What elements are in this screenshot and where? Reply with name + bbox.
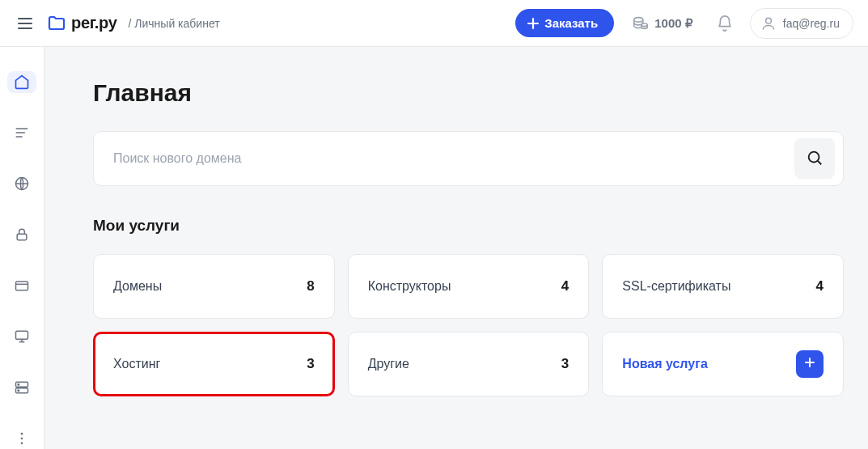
service-card-label: Хостинг [113,357,160,371]
notifications-button[interactable] [711,10,739,37]
globe-icon [14,176,30,192]
user-menu[interactable]: faq@reg.ru [750,8,853,39]
logo[interactable]: рег.ру [47,14,117,33]
monitor-icon [14,328,30,345]
svg-point-18 [21,437,23,439]
user-icon [760,15,777,32]
services-heading: Мои услуги [93,217,844,235]
coins-icon [632,15,650,32]
bell-icon [716,15,734,32]
service-card-count: 3 [307,356,314,372]
new-service-label: Новая услуга [622,357,707,371]
domain-search-input[interactable] [113,139,794,178]
svg-point-16 [18,390,19,392]
svg-point-19 [21,442,23,444]
list-icon [14,125,30,141]
search-button[interactable] [794,138,835,179]
svg-point-0 [634,17,643,22]
svg-rect-10 [16,331,28,339]
page-title: Главная [93,79,844,107]
sidebar-item-card[interactable] [7,275,36,297]
sidebar-item-lock[interactable] [7,224,36,246]
logo-text: рег.ру [71,14,117,32]
svg-rect-8 [16,282,28,290]
service-card-domains[interactable]: Домены 8 [93,254,335,319]
service-card-ssl[interactable]: SSL-сертификаты 4 [602,254,844,319]
order-button[interactable]: Заказать [515,9,614,37]
svg-point-20 [809,151,819,162]
service-card-count: 4 [816,278,824,294]
service-card-count: 4 [561,278,569,294]
plus-icon [803,356,816,372]
app-header: рег.ру / Личный кабинет Заказать 1000 ₽ … [0,0,868,47]
sidebar-item-globe[interactable] [7,173,36,195]
sidebar-item-server[interactable] [7,376,36,398]
sidebar-item-list[interactable] [7,122,36,144]
order-button-label: Заказать [544,16,598,30]
balance-amount: 1000 ₽ [654,16,693,31]
service-card-other[interactable]: Другие 3 [348,332,590,396]
sidebar-item-more[interactable] [7,427,36,449]
sidebar-item-monitor[interactable] [7,325,36,347]
svg-point-2 [765,18,771,23]
breadcrumb: / Личный кабинет [129,17,220,30]
svg-point-17 [21,432,23,434]
svg-point-1 [641,23,647,27]
menu-toggle[interactable] [15,15,36,32]
sidebar [0,47,44,449]
server-icon [14,379,30,396]
service-card-label: Другие [368,357,409,371]
service-card-label: Конструкторы [368,279,451,294]
lock-icon [14,227,30,243]
service-card-label: Домены [113,279,162,294]
search-icon [806,149,824,169]
main-content: Главная Мои услуги Домены 8 Конструкторы… [44,47,868,449]
user-email: faq@reg.ru [783,17,840,30]
services-grid: Домены 8 Конструкторы 4 SSL-сертификаты … [93,254,844,396]
add-service-button[interactable] [796,350,824,378]
folder-icon [47,14,66,33]
service-card-count: 8 [307,278,314,294]
plus-icon [527,17,540,30]
service-card-count: 3 [561,356,569,372]
sidebar-item-home[interactable] [7,71,36,93]
svg-point-15 [18,383,19,385]
service-card-label: SSL-сертификаты [622,279,730,294]
dots-vertical-icon [14,430,30,447]
svg-line-21 [818,160,822,164]
home-icon [14,74,30,90]
domain-search-bar [93,131,844,186]
card-icon [14,277,30,294]
service-card-hosting[interactable]: Хостинг 3 [93,332,335,396]
balance-display[interactable]: 1000 ₽ [625,15,700,32]
service-card-new[interactable]: Новая услуга [602,332,844,396]
service-card-builders[interactable]: Конструкторы 4 [348,254,590,319]
svg-rect-7 [17,234,27,240]
